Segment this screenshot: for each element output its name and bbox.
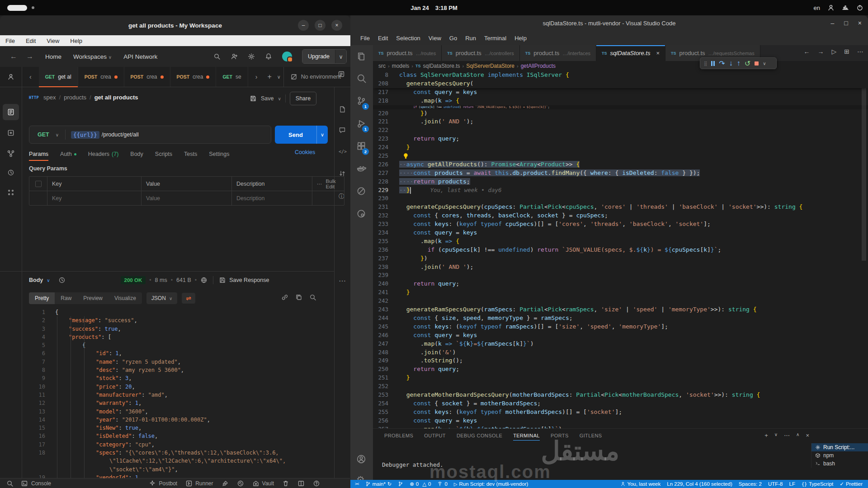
response-body-chevron-icon[interactable]: ∨ <box>47 278 50 283</box>
code-line[interactable]: 246 const query = keys <box>373 331 868 340</box>
ports-item[interactable]: 0 <box>434 481 450 487</box>
code-line[interactable]: 249 .toString(); <box>373 357 868 365</box>
git-branch-item[interactable]: main* ↻ <box>362 481 395 487</box>
menu-file[interactable]: File <box>356 35 374 42</box>
formatter-item[interactable]: ✓Prettier <box>836 481 868 487</box>
sidebar-history-icon[interactable] <box>3 164 19 181</box>
restart-icon[interactable]: ↺ <box>745 59 750 68</box>
problems-item[interactable]: ⊗0 △0 <box>406 481 434 487</box>
save-icon[interactable] <box>250 95 257 102</box>
request-tab[interactable]: POSTcrea <box>78 67 124 87</box>
search-icon[interactable] <box>356 73 366 83</box>
stop-icon[interactable] <box>755 61 759 66</box>
menu-help[interactable]: Help <box>70 38 82 44</box>
editor-tab[interactable]: TSproduct.ts…/controllers <box>442 45 519 61</box>
invite-user-icon[interactable] <box>231 53 238 60</box>
system-clock[interactable]: Jan 24 3:18 PM <box>0 0 868 15</box>
request-tab[interactable]: POSTcrea <box>170 67 217 87</box>
breadcrumb-item[interactable]: getAllProducts <box>521 63 556 69</box>
sidebar-collections-icon[interactable] <box>3 104 19 120</box>
account-icon[interactable] <box>0 67 22 87</box>
postman-titlebar[interactable]: get all products - My Workspace – □ × <box>0 15 350 35</box>
code-line[interactable]: 245 const keys: (keyof typeof ramSpecs)[… <box>373 323 868 331</box>
indentation-item[interactable]: Spaces: 2 <box>736 481 765 487</box>
request-section-tab-params[interactable]: Params <box>29 151 48 157</box>
send-button[interactable]: Send <box>275 126 316 144</box>
response-more-actions-icon[interactable]: ⋯ <box>339 277 346 285</box>
method-selector[interactable]: GET <box>29 131 56 138</box>
code-line[interactable]: 251 } <box>373 374 868 382</box>
postbot-button[interactable]: Postbot <box>149 480 177 487</box>
language-item[interactable]: {}TypeScript <box>798 481 836 487</box>
pause-icon[interactable] <box>711 61 712 66</box>
terminal-profile-chevron-icon[interactable]: ∨ <box>774 432 778 439</box>
step-into-icon[interactable]: ↓ <box>729 59 733 67</box>
code-line[interactable]: 237 }) <box>373 254 868 263</box>
docker-icon[interactable] <box>356 164 366 174</box>
network-icon[interactable] <box>842 4 849 11</box>
save-button[interactable]: Save <box>261 95 274 102</box>
table-row[interactable]: Key Value Description <box>29 191 344 205</box>
nav-forward-icon[interactable]: → <box>817 48 824 55</box>
vault-button[interactable]: Vault <box>252 480 274 487</box>
code-line[interactable]: 253 generateMotherBoardSpecsQuery(mother… <box>373 391 868 399</box>
step-out-icon[interactable]: ↑ <box>737 59 741 67</box>
request-section-tab-body[interactable]: Body <box>130 151 143 157</box>
save-response-button[interactable]: Save Response <box>229 277 269 283</box>
code-line[interactable]: 217 const query = keys <box>373 88 868 97</box>
comments-icon[interactable] <box>339 127 346 134</box>
capture-requests-icon[interactable] <box>222 480 229 487</box>
panel-tab-debug-console[interactable]: DEBUG CONSOLE <box>451 429 508 442</box>
request-section-tab-headers[interactable]: Headers(7) <box>88 151 119 157</box>
response-time[interactable]: 8 ms <box>155 277 167 283</box>
two-pane-icon[interactable] <box>297 480 305 487</box>
back-icon[interactable]: ← <box>10 52 17 61</box>
url-variable-chip[interactable]: {{url}} <box>71 131 99 139</box>
code-line[interactable]: 241 } <box>373 288 868 297</box>
code-line[interactable]: 255 const keys: (keyof typeof motherBoar… <box>373 408 868 417</box>
select-all-checkbox[interactable] <box>35 181 42 187</box>
code-line[interactable]: 236 if (cpuSpecs[k] !== undefined) retur… <box>373 246 868 254</box>
step-over-icon[interactable]: ↷ <box>719 59 725 68</box>
wrap-lines-icon[interactable]: ⇌ <box>182 293 195 304</box>
panel-tab-ports[interactable]: PORTS <box>545 429 574 442</box>
view-tab-raw[interactable]: Raw <box>55 292 77 304</box>
code-line[interactable]: 247 .map(k => `${k}=${ramSpecs[k]}`) <box>373 340 868 348</box>
console-icon[interactable] <box>21 480 28 487</box>
code-line[interactable]: 224 } <box>373 143 868 152</box>
share-button[interactable]: Share <box>290 92 316 105</box>
terminal-instance-runscript[interactable]: Run Script:... <box>811 443 868 451</box>
code-line[interactable]: 233 const keys: (keyof typeof cpuSpecs)[… <box>373 220 868 229</box>
notifications-bell-icon[interactable] <box>265 53 272 60</box>
response-body-label[interactable]: Body <box>29 277 43 283</box>
npm-task-item[interactable]: ▷ Run Script: dev (mutli-vendor) <box>451 481 531 487</box>
code-line[interactable]: 223 return query; <box>373 135 868 143</box>
column-header-value[interactable]: Value <box>142 177 232 191</box>
code-snippet-icon[interactable]: </> <box>339 149 347 154</box>
footer-search-icon[interactable] <box>6 480 14 487</box>
minimize-button[interactable]: – <box>298 20 309 31</box>
close-button[interactable]: × <box>331 20 342 31</box>
new-terminal-icon[interactable]: + <box>764 432 768 439</box>
api-network-menu[interactable]: API Network <box>123 53 157 60</box>
description-input[interactable]: Description <box>232 191 312 205</box>
scroll-tabs-left-icon[interactable]: ‹ <box>22 67 39 87</box>
breadcrumb-request[interactable]: get all products <box>94 94 138 101</box>
code-line[interactable]: 243 generateRamSpecsQuery(ramSpecs: Part… <box>373 305 868 314</box>
code-line[interactable]: 248 .join('&') <box>373 348 868 357</box>
request-tab[interactable]: POSTcrea <box>124 67 170 87</box>
documentation-icon[interactable] <box>339 106 346 113</box>
blame-item[interactable]: You, last week <box>617 481 664 487</box>
encoding-item[interactable]: UTF-8 <box>765 481 786 487</box>
debug-drag-handle[interactable]: ⣿ <box>704 61 707 66</box>
minimize-button[interactable]: – <box>831 19 835 27</box>
new-tab-icon[interactable]: + <box>264 67 274 87</box>
code-line[interactable]: 244 const { size, speed, memoryType } = … <box>373 314 868 323</box>
breadcrumb-folder[interactable]: products <box>64 94 86 101</box>
code-line[interactable]: 250 return query; <box>373 365 868 374</box>
panel-tab-terminal[interactable]: TERMINAL <box>508 429 545 442</box>
request-section-tab-scripts[interactable]: Scripts <box>155 151 172 157</box>
live-share-icon[interactable] <box>356 186 366 196</box>
editor-more-actions-icon[interactable]: ⋯ <box>857 48 863 55</box>
sidebar-flows-icon[interactable] <box>3 145 19 162</box>
